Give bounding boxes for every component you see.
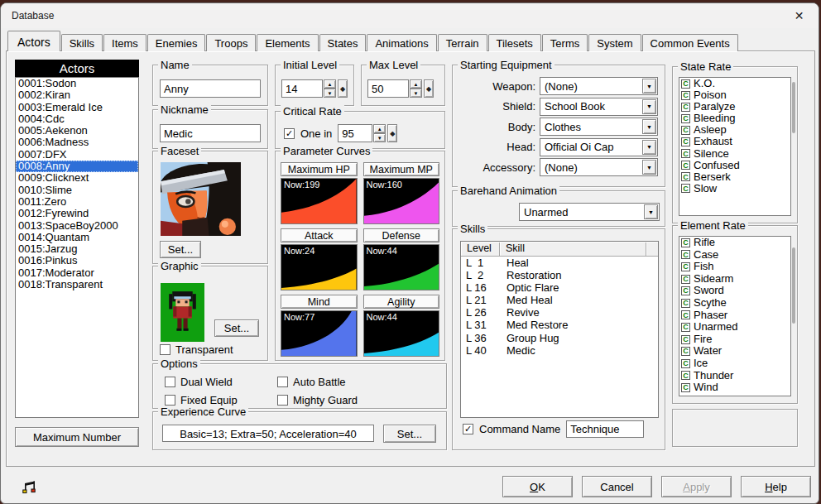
tab[interactable]: Enemies [147, 34, 206, 51]
skill-row[interactable]: L 40 Medic [461, 344, 658, 357]
tab[interactable]: Items [103, 34, 146, 51]
option-checkbox[interactable] [165, 395, 175, 406]
actor-list-item[interactable]: 0009:Clicknext [16, 172, 138, 184]
actor-list-item[interactable]: 0018:Transparent [16, 279, 138, 290]
option-checkbox[interactable] [277, 395, 288, 406]
actor-list-item[interactable]: 0005:Aekenon [16, 125, 138, 137]
skills-listbox[interactable]: Level Skill L 1 Heal L 2 Restoration L 1… [460, 241, 659, 418]
element-rate-item[interactable]: C Phaser [679, 310, 790, 322]
scrollbar-thumb[interactable] [792, 247, 795, 324]
tab[interactable]: States [319, 34, 367, 51]
equipment-select[interactable]: Clothes ▼ [540, 118, 658, 136]
actor-list-item[interactable]: 0002:Kiran [16, 89, 138, 101]
spin-up-button[interactable]: ▲ [324, 79, 336, 89]
state-rate-item[interactable]: C Silence [679, 148, 790, 160]
scrollbar-thumb[interactable] [792, 82, 795, 133]
tab[interactable]: Animations [367, 34, 436, 51]
max-level-input[interactable]: 50 [367, 79, 409, 98]
state-rate-item[interactable]: C Poison [679, 89, 790, 101]
value-mode-button[interactable]: ◆ [338, 79, 348, 98]
equipment-select[interactable]: (None) ▼ [540, 158, 658, 176]
curve-mind-button[interactable]: Mind [281, 295, 358, 309]
maximum-number-button[interactable]: Maximum Number [15, 427, 139, 447]
skill-row[interactable]: L 1 Heal [461, 257, 658, 269]
spin-down-button[interactable]: ▼ [324, 89, 336, 98]
spin-up-button[interactable]: ▲ [410, 79, 422, 89]
curve-maximum-hp-chart[interactable]: Now:199 [281, 178, 358, 224]
element-rate-item[interactable]: C Sidearm [679, 273, 790, 286]
actor-list-item[interactable]: 0015:Jarzug [16, 243, 138, 255]
tab[interactable]: Skills [61, 34, 103, 51]
tab[interactable]: Tilesets [488, 34, 541, 51]
nickname-input[interactable]: Medic [160, 124, 261, 142]
name-input[interactable]: Anny [160, 79, 261, 98]
curve-maximum-mp-chart[interactable]: Now:160 [363, 178, 440, 224]
curve-mind-chart[interactable]: Now:77 [281, 310, 358, 357]
element-rate-item[interactable]: C Thunder [679, 370, 790, 382]
actor-list-item[interactable]: 0003:Emerald Ice [16, 102, 138, 113]
curve-attack-button[interactable]: Attack [281, 228, 358, 242]
dropdown-button[interactable]: ▼ [642, 140, 656, 155]
actor-list-item[interactable]: 0004:Cdc [16, 113, 138, 125]
actor-list-item[interactable]: 0006:Madness [16, 137, 138, 148]
state-rate-item[interactable]: C Confused [679, 160, 790, 171]
cancel-button[interactable]: Cancel [582, 476, 652, 497]
tab[interactable]: Terms [542, 34, 588, 51]
element-rate-item[interactable]: C Fire [679, 334, 790, 346]
apply-button[interactable]: Apply [661, 476, 732, 497]
critical-rate-checkbox[interactable]: ✓ [284, 128, 295, 139]
curve-defense-chart[interactable]: Now:44 [363, 244, 440, 290]
skill-row[interactable]: L 31 Med Restore [461, 319, 658, 331]
skills-column-level[interactable]: Level [461, 242, 500, 256]
equipment-select[interactable]: Official Oi Cap ▼ [540, 138, 658, 156]
tab[interactable]: Troops [206, 34, 256, 51]
tab[interactable]: Elements [257, 34, 318, 51]
tab[interactable]: Terrain [438, 34, 487, 51]
transparent-checkbox[interactable]: ✓ [160, 344, 170, 355]
state-rate-listbox[interactable]: C K.O. C Poison C Paralyze C Bleeding C … [679, 77, 791, 216]
state-rate-item[interactable]: C Exhaust [679, 136, 790, 147]
skill-row[interactable]: L 36 Group Hug [461, 332, 658, 344]
skill-row[interactable]: L 26 Revive [461, 306, 658, 319]
dropdown-button[interactable]: ▼ [642, 99, 656, 114]
dropdown-button[interactable]: ▼ [642, 119, 656, 134]
music-note-icon[interactable] [22, 481, 37, 494]
actor-list-item[interactable]: 0008:Anny [16, 161, 138, 172]
state-rate-item[interactable]: C Asleep [679, 124, 790, 136]
tab[interactable]: Common Events [642, 34, 738, 51]
actor-list-item[interactable]: 0012:Fyrewind [16, 208, 138, 219]
spin-up-button[interactable]: ▲ [373, 124, 386, 133]
state-rate-item[interactable]: C Slow [679, 183, 790, 194]
option-checkbox[interactable] [165, 377, 175, 387]
dropdown-button[interactable]: ▼ [644, 204, 658, 219]
tab[interactable]: Actors [7, 31, 60, 51]
element-rate-item[interactable]: C Case [679, 249, 790, 262]
faceset-set-button[interactable]: Set... [160, 241, 201, 258]
ok-button[interactable]: OK [502, 476, 573, 497]
actor-list-item[interactable]: 0016:Pinkus [16, 255, 138, 266]
actor-list-item[interactable]: 0001:Sodon [16, 78, 138, 89]
actors-listbox[interactable]: 0001:Sodon0002:Kiran0003:Emerald Ice0004… [15, 77, 139, 418]
skill-row[interactable]: L 2 Restoration [461, 269, 658, 281]
element-rate-item[interactable]: C Rifle [679, 237, 790, 249]
actor-list-item[interactable]: 0010:Slime [16, 185, 138, 196]
barehand-select[interactable]: Unarmed ▼ [519, 203, 660, 221]
spin-down-button[interactable]: ▼ [373, 133, 386, 142]
actor-list-item[interactable]: 0013:SpaceBoy2000 [16, 220, 138, 232]
initial-level-input[interactable]: 14 [281, 79, 323, 98]
element-rate-item[interactable]: C Water [679, 345, 790, 358]
curve-agility-button[interactable]: Agility [363, 295, 440, 309]
state-rate-item[interactable]: C Paralyze [679, 101, 790, 113]
curve-maximum-hp-button[interactable]: Maximum HP [281, 162, 358, 176]
actor-list-item[interactable]: 0011:Zero [16, 196, 138, 208]
title-bar[interactable]: Database ✕ [1, 3, 819, 28]
actor-list-item[interactable]: 0007:DFX [16, 149, 138, 161]
close-button[interactable]: ✕ [780, 4, 818, 27]
curve-attack-chart[interactable]: Now:24 [281, 244, 358, 290]
skill-row[interactable]: L 16 Optic Flare [461, 281, 658, 294]
dropdown-button[interactable]: ▼ [642, 79, 656, 94]
dropdown-button[interactable]: ▼ [642, 160, 656, 175]
element-rate-item[interactable]: C Unarmed [679, 321, 790, 334]
experience-set-button[interactable]: Set... [383, 425, 436, 443]
element-rate-item[interactable]: C Ice [679, 358, 790, 370]
